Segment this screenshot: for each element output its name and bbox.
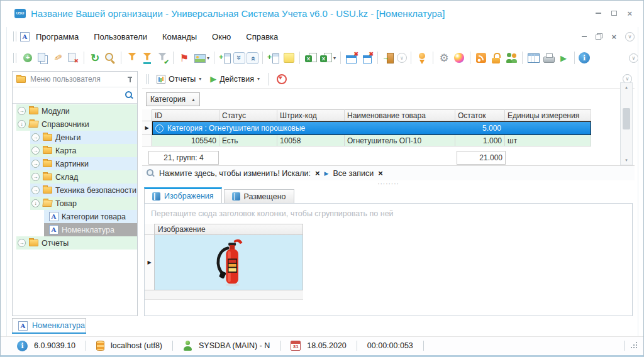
expand-all-icon[interactable]: [233, 52, 245, 64]
tree-item-карта[interactable]: →Карта: [13, 144, 137, 157]
column-header-5[interactable]: Единицы измерения: [505, 109, 591, 121]
close-all-windows-icon[interactable]: [360, 51, 374, 65]
color-theme-icon[interactable]: [452, 51, 466, 65]
collapse-node-icon[interactable]: ↓: [18, 120, 26, 128]
expand-node-icon[interactable]: →: [18, 239, 26, 247]
column-header-0[interactable]: ID: [152, 109, 219, 121]
add-column-icon[interactable]: [218, 51, 232, 65]
tree-item-товар[interactable]: ↓Товар: [13, 197, 137, 210]
run-icon[interactable]: [557, 51, 570, 65]
clear-filter-icon[interactable]: ×: [378, 169, 383, 177]
tree-item-модули[interactable]: →Модули: [13, 104, 137, 118]
expand-node-icon[interactable]: →: [31, 160, 40, 168]
drag-grip[interactable]: [13, 53, 16, 63]
expand-node-icon[interactable]: →: [31, 186, 40, 194]
vertical-scrollbar[interactable]: ▲ ▼: [620, 82, 633, 165]
menu-item-0[interactable]: Программа: [36, 32, 79, 41]
actions-button[interactable]: ▶ Действия ▾: [210, 74, 261, 84]
filter-text[interactable]: Нажмите здесь, чтобы изменить! Искали:: [159, 169, 311, 178]
print-icon[interactable]: [541, 51, 555, 65]
scroll-thumb[interactable]: [623, 108, 630, 129]
search-icon[interactable]: [125, 91, 133, 99]
resize-grip[interactable]: [631, 342, 638, 349]
expand-node-icon[interactable]: →: [31, 133, 40, 141]
minimize-icon[interactable]: [596, 13, 601, 14]
mdi-close-icon[interactable]: ×: [611, 33, 616, 41]
menu-overflow-chevron-icon[interactable]: [625, 32, 635, 41]
tree-item-склад[interactable]: →Склад: [13, 170, 137, 184]
tree-item-отчеты[interactable]: →Отчеты: [13, 236, 137, 250]
maximize-icon[interactable]: [611, 11, 617, 16]
group-row-bar[interactable]: ↓ Категория : Огнетушители порошковые 5.…: [152, 121, 591, 135]
tab-placed[interactable]: Размещено: [224, 189, 294, 204]
tree-search-input[interactable]: [16, 90, 125, 101]
menu-item-3[interactable]: Окно: [212, 32, 231, 41]
tree-item-справочники[interactable]: ↓Справочники: [13, 118, 137, 131]
image-row[interactable]: ▶: [145, 235, 303, 290]
undo-icon[interactable]: [277, 74, 287, 84]
product-image-cell[interactable]: [155, 235, 303, 290]
filter-bar[interactable]: Нажмите здесь, чтобы изменить! Искали: ×…: [142, 165, 635, 180]
close-icon[interactable]: ×: [627, 9, 632, 18]
tree-item-категории-товара[interactable]: AКатегории товара: [13, 210, 137, 223]
clear-filter-icon[interactable]: [140, 51, 154, 65]
pin-icon[interactable]: [126, 75, 133, 84]
refresh-icon[interactable]: [88, 51, 102, 65]
edit-record-icon[interactable]: [51, 51, 65, 65]
expand-node-icon[interactable]: →: [31, 173, 40, 181]
rss-icon[interactable]: [474, 51, 488, 65]
drag-grip[interactable]: [13, 31, 16, 41]
grid-group-row[interactable]: ▶ ↓ Категория : Огнетушители порошковые …: [142, 121, 591, 135]
mdi-tab-nomenclature[interactable]: A Номенклатура: [12, 318, 86, 332]
location-pin-icon[interactable]: [415, 51, 429, 65]
expand-node-icon[interactable]: →: [18, 107, 26, 115]
scroll-up-icon[interactable]: ▲: [625, 83, 628, 92]
expand-node-icon[interactable]: →: [31, 146, 40, 155]
tree-item-техника-безопасности[interactable]: →Техника безопасности: [13, 184, 137, 197]
toolbar-overflow-chevron-icon[interactable]: [629, 53, 638, 63]
tab-images[interactable]: Изображения: [144, 187, 222, 204]
scroll-down-icon[interactable]: ▼: [625, 156, 628, 165]
group-category-button[interactable]: Категория ▲: [146, 92, 200, 106]
menu-item-4[interactable]: Справка: [246, 32, 278, 41]
insert-column-icon[interactable]: [267, 51, 280, 65]
menu-item-1[interactable]: Пользователи: [94, 32, 147, 41]
export-menu-icon[interactable]: [319, 51, 333, 65]
collapse-all-icon[interactable]: [247, 52, 258, 64]
flag-icon[interactable]: [177, 51, 191, 65]
info-icon[interactable]: [579, 52, 590, 63]
copy-record-icon[interactable]: [36, 51, 50, 65]
column-header-1[interactable]: Статус: [219, 109, 277, 121]
search-icon[interactable]: [103, 51, 117, 65]
close-window-icon[interactable]: [345, 51, 358, 65]
filter-icon[interactable]: [125, 51, 139, 65]
column-header-3[interactable]: Наименование товара: [345, 109, 455, 121]
mdi-restore-icon[interactable]: [596, 33, 602, 40]
drag-grip[interactable]: [146, 74, 149, 84]
tree-item-деньги[interactable]: →Деньги: [13, 131, 137, 144]
lock-icon[interactable]: [489, 51, 503, 65]
image-menu-icon[interactable]: [192, 51, 206, 65]
clear-search-icon[interactable]: ×: [315, 169, 320, 177]
collapse-node-icon[interactable]: ↓: [31, 199, 40, 207]
menu-item-2[interactable]: Команды: [162, 32, 197, 41]
mdi-minimize-icon[interactable]: [582, 36, 587, 37]
splitter-handle[interactable]: [142, 180, 635, 187]
column-header-4[interactable]: Остаток: [455, 109, 505, 121]
add-record-icon[interactable]: [21, 51, 35, 65]
group-expand-icon[interactable]: ↓: [155, 124, 164, 133]
more-disabled-icon[interactable]: [397, 53, 407, 63]
delete-record-icon[interactable]: [66, 51, 80, 65]
tree-item-номенклатура[interactable]: AНоменклатура: [13, 223, 137, 236]
table-icon[interactable]: [526, 51, 540, 65]
reports-button[interactable]: Отчеты ▾: [157, 75, 203, 84]
excel-export-icon[interactable]: [304, 51, 318, 65]
settings-gear-icon[interactable]: [437, 51, 451, 65]
tree-item-картинки[interactable]: →Картинки: [13, 157, 137, 170]
exit-icon[interactable]: [382, 51, 396, 65]
note-icon[interactable]: [282, 51, 296, 65]
grid-data-row[interactable]: 105540Есть10058Огнетушитель ОП-101.000шт: [142, 135, 591, 146]
filter-check-icon[interactable]: [155, 51, 169, 65]
column-header-image[interactable]: Изображение: [155, 224, 303, 235]
users-icon[interactable]: [504, 51, 518, 65]
